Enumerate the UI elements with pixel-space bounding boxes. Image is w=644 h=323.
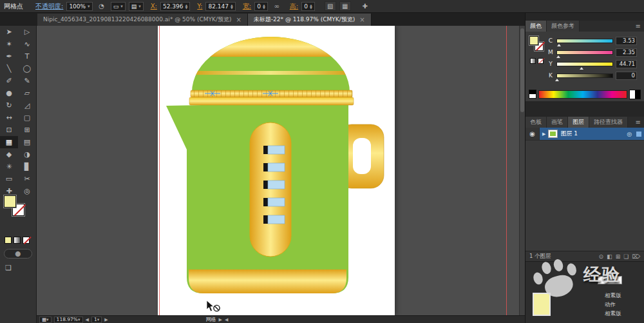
tab-color-guide[interactable]: 颜色参考 — [547, 21, 580, 32]
y-input[interactable]: 82.147 ▲▼ — [205, 2, 235, 11]
style-icon[interactable]: ◔ — [96, 1, 108, 11]
guide-line-left[interactable] — [159, 26, 160, 315]
tool-zoom[interactable]: ◎ — [18, 185, 36, 197]
brush-definition-dropdown[interactable]: ▤ ▾ — [129, 2, 144, 11]
new-layer-icon[interactable]: ❏ — [623, 253, 629, 260]
yellow-slider[interactable] — [556, 62, 613, 66]
layer-name[interactable]: 图层 1 — [560, 130, 578, 138]
scrollbar-thumb[interactable] — [520, 28, 524, 112]
fill-color-swatch[interactable] — [4, 195, 16, 208]
tab-layers[interactable]: 图层 — [568, 117, 589, 128]
black-slider[interactable] — [556, 73, 613, 78]
document-tab[interactable]: Nipic_4056343_20190813220426088000.ai* @… — [37, 14, 248, 26]
tool-blend[interactable]: ◑ — [18, 148, 36, 161]
gradient-swatch-icon[interactable] — [530, 58, 536, 64]
color-spectrum-bar[interactable] — [538, 90, 627, 99]
tool-ellipse[interactable]: ◯ — [18, 63, 36, 75]
tool-selection[interactable]: ➤ — [0, 26, 18, 38]
magenta-value-field[interactable]: 2.35 — [616, 48, 637, 57]
kettle-dome[interactable] — [192, 37, 350, 92]
layer-row[interactable]: ◉ ▶ 图层 1 ◎ — [526, 128, 644, 141]
kettle-gauge[interactable] — [250, 122, 291, 257]
delete-layer-icon[interactable]: ⌦ — [632, 253, 640, 260]
tool-magic-wand[interactable]: ✶ — [0, 38, 18, 50]
yellow-value-field[interactable]: 44.71 — [616, 60, 637, 68]
x-input[interactable]: 52.396 ▲▼ — [160, 2, 190, 11]
tool-direct-selection[interactable]: ▷ — [18, 26, 36, 38]
tool-rotate[interactable]: ↻ — [0, 99, 18, 112]
stepper-icon[interactable]: ▲▼ — [231, 4, 233, 9]
artboard[interactable] — [158, 26, 395, 315]
layer-target-icon[interactable]: ◎ — [627, 131, 632, 137]
dock-percent-field[interactable]: 00% — [598, 276, 622, 284]
new-sublayer-icon[interactable]: ⊞ — [616, 253, 621, 260]
opacity-label[interactable]: 不透明度: — [35, 2, 63, 11]
black-white-quick-swatches[interactable] — [529, 90, 536, 99]
kettle-illustration[interactable] — [158, 26, 395, 315]
artboard-number-field[interactable]: 1 ▾ — [91, 317, 102, 323]
spectrum-end-swatches[interactable] — [629, 90, 641, 99]
tool-line-segment[interactable]: ╲ — [0, 63, 18, 75]
tab-swatches[interactable]: 色板 — [526, 117, 547, 128]
make-clipping-mask-icon[interactable]: ◧ — [607, 253, 612, 260]
previous-artboard-icon[interactable]: ◀ — [86, 317, 89, 322]
color-mode-button[interactable] — [5, 237, 12, 244]
gradient-mode-button[interactable] — [14, 237, 21, 244]
kettle-base-band[interactable] — [189, 269, 346, 293]
tool-paintbrush[interactable]: ✐ — [0, 75, 18, 87]
tool-lasso[interactable]: ∿ — [18, 38, 36, 50]
visibility-toggle[interactable]: ◉ — [526, 128, 540, 140]
tool-type[interactable]: T — [18, 50, 36, 63]
layer-thumbnail[interactable] — [548, 130, 558, 138]
kettle-neck-band-2[interactable] — [189, 97, 354, 105]
next-artboard-icon[interactable]: ▶ — [104, 317, 108, 322]
arrange-icon[interactable]: ✚ — [359, 1, 371, 11]
guide-line-right[interactable] — [506, 26, 507, 315]
dock-panel-label[interactable]: 相素版 — [603, 291, 643, 300]
locate-object-icon[interactable]: ⊙ — [599, 253, 604, 260]
preferences-grid-icon[interactable]: ▦ — [339, 1, 351, 11]
expand-arrow-icon[interactable]: ▶ — [542, 132, 545, 137]
tab-color[interactable]: 颜色 — [526, 21, 547, 32]
dock-panel-label[interactable]: 相素版 — [603, 309, 643, 318]
black-value-field[interactable]: 0 — [616, 72, 637, 80]
magenta-slider[interactable] — [556, 50, 613, 55]
tool-gradient[interactable]: ▤ — [18, 136, 36, 148]
tool-pencil[interactable]: ✎ — [18, 75, 36, 87]
height-input[interactable]: 0 ▲▼ — [301, 2, 315, 11]
tool-free-transform[interactable]: ▢ — [18, 112, 36, 124]
stroke-profile-dropdown[interactable]: ▭ ▾ — [111, 2, 126, 11]
slider-thumb[interactable] — [556, 55, 560, 58]
tool-slice[interactable]: ✂ — [18, 173, 36, 185]
width-input[interactable]: 0 ▲▼ — [254, 2, 268, 11]
tool-artboard[interactable]: ▭ — [0, 173, 18, 185]
constrain-proportions-icon[interactable]: ∞ — [271, 1, 283, 11]
dock-panel-label[interactable]: 动作 — [603, 300, 643, 309]
tool-column-graph[interactable]: ▊ — [18, 161, 36, 173]
drawing-mode-icon[interactable]: ❏ — [5, 264, 12, 272]
tab-brushes[interactable]: 画笔 — [547, 117, 568, 128]
slider-thumb[interactable] — [580, 67, 583, 70]
stepper-icon[interactable]: ▲▼ — [310, 4, 312, 9]
dock-swatch-thumbnail[interactable] — [533, 293, 551, 316]
tool-symbol-sprayer[interactable]: ✳ — [0, 161, 18, 173]
panel-menu-icon[interactable]: ≡ — [632, 117, 644, 128]
slider-thumb[interactable] — [557, 44, 561, 46]
tool-perspective-grid[interactable]: ⊞ — [18, 124, 36, 136]
stepper-icon[interactable]: ▲▼ — [185, 4, 187, 9]
document-setup-icon[interactable]: ▧ — [325, 1, 336, 11]
tool-blob-brush[interactable]: ● — [0, 87, 18, 99]
status-options-button[interactable]: ▦ ▾ — [39, 317, 52, 323]
none-mode-button[interactable] — [23, 237, 30, 244]
stepper-icon[interactable]: ▲▼ — [263, 4, 265, 9]
scroll-right-icon[interactable]: ▶ — [219, 317, 222, 322]
vertical-scrollbar[interactable] — [519, 26, 525, 315]
canvas-area[interactable] — [37, 26, 525, 315]
layer-entry[interactable]: ▶ 图层 1 ◎ — [540, 128, 644, 140]
scroll-left-icon[interactable]: ◀ — [225, 317, 228, 322]
slider-thumb[interactable] — [555, 79, 559, 81]
zoom-level-field[interactable]: 118.97% ▾ — [54, 317, 83, 323]
close-icon[interactable]: × — [236, 16, 241, 23]
cyan-value-field[interactable]: 3.53 — [616, 37, 637, 45]
tool-eyedropper[interactable]: ◆ — [0, 148, 18, 161]
